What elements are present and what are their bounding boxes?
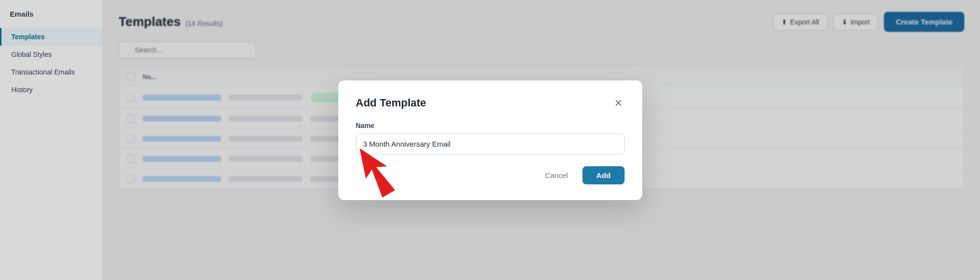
close-icon: ✕	[614, 98, 623, 108]
modal-close-button[interactable]: ✕	[612, 96, 625, 110]
add-template-modal: Add Template ✕ Name Cancel Add	[338, 80, 642, 200]
svg-marker-0	[351, 141, 399, 200]
app-container: Emails Templates Global Styles Transacti…	[0, 0, 980, 280]
modal-overlay: Add Template ✕ Name Cancel Add	[0, 0, 980, 280]
name-label: Name	[356, 122, 625, 129]
cancel-button[interactable]: Cancel	[536, 166, 577, 184]
modal-header: Add Template ✕	[356, 96, 625, 110]
red-arrow-icon	[346, 140, 400, 204]
modal-title: Add Template	[356, 97, 427, 109]
add-button[interactable]: Add	[582, 166, 624, 184]
